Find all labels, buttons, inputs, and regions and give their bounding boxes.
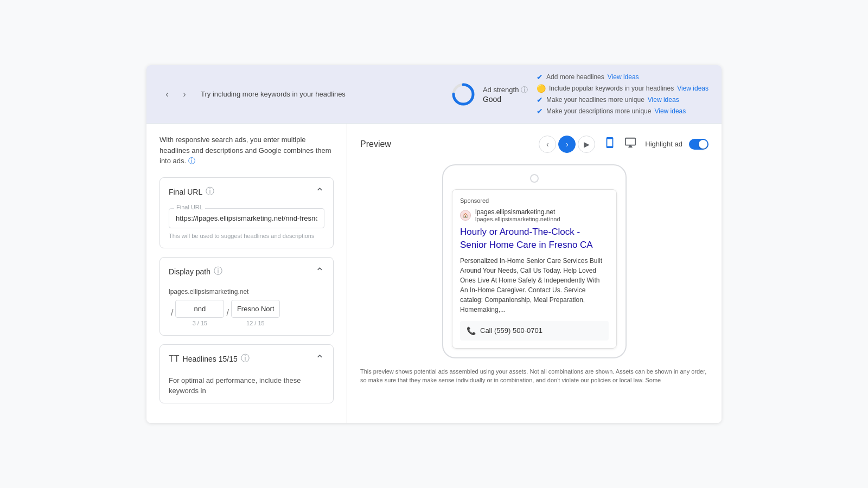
path1-wrapper: 3 / 15 (175, 300, 224, 326)
final-url-help-icon[interactable]: ⓘ (206, 186, 214, 197)
ad-strength-text: Ad strength ⓘ Good (483, 85, 528, 104)
ad-card: Sponsored 🏠 lpages.ellipsismarketing.net… (452, 189, 617, 349)
preview-nav: ‹ › ▶ (539, 136, 595, 153)
check-icon-2: ✔ (537, 95, 543, 104)
check-icon-3: ✔ (537, 107, 543, 115)
preview-title: Preview (360, 139, 532, 149)
mobile-preview: Sponsored 🏠 lpages.ellipsismarketing.net… (360, 164, 709, 358)
main-container: ‹ › Try including more keywords in your … (146, 65, 722, 423)
advertiser-info: lpages.ellipsismarketing.net lpages.elli… (475, 208, 560, 222)
call-icon: 📞 (467, 326, 476, 335)
suggestion-item: ✔ Add more headlines View ideas (537, 73, 709, 81)
suggestion-item-3: ✔ Make your headlines more unique View i… (537, 95, 709, 104)
preview-prev-button[interactable]: ‹ (539, 136, 556, 153)
headlines-header[interactable]: TT Headlines 15/15 ⓘ ⌃ (160, 345, 333, 373)
url-field-label: Final URL (174, 204, 205, 210)
nav-prev-button[interactable]: ‹ (159, 87, 175, 102)
preview-disclaimer: This preview shows potential ads assembl… (360, 367, 709, 385)
preview-play-button[interactable]: ▶ (578, 136, 595, 153)
final-url-input[interactable] (169, 208, 324, 228)
ad-description: Personalized In-Home Senior Care Service… (460, 256, 609, 314)
final-url-header[interactable]: Final URL ⓘ ⌃ (160, 178, 333, 206)
sponsored-label: Sponsored (460, 197, 609, 204)
phone-notch (530, 174, 539, 183)
path2-wrapper: 12 / 15 (231, 300, 280, 326)
desktop-device-button[interactable] (622, 134, 639, 153)
suggestion-text-1: Add more headlines (546, 73, 604, 81)
suggestion-item-4: ✔ Make your descriptions more unique Vie… (537, 107, 709, 115)
advertiser-domain: lpages.ellipsismarketing.net (475, 208, 560, 216)
ad-strength-help-icon[interactable]: ⓘ (521, 86, 528, 94)
headlines-chevron: ⌃ (315, 352, 324, 365)
headlines-font-icon: TT (169, 354, 180, 364)
ad-strength-circle (450, 81, 476, 107)
display-path-title: Display path ⓘ (169, 266, 222, 277)
ad-headline[interactable]: Hourly or Around-The-Clock - Senior Home… (460, 226, 609, 252)
headlines-title: TT Headlines 15/15 ⓘ (169, 353, 250, 364)
content-area: With responsive search ads, you enter mu… (146, 124, 722, 423)
check-icon-1: ✔ (537, 73, 543, 81)
ad-strength-value: Good (483, 95, 501, 104)
suggestion-text-2: Include popular keywords in your headlin… (549, 85, 674, 92)
left-panel: With responsive search ads, you enter mu… (146, 124, 347, 423)
display-path-help-icon[interactable]: ⓘ (214, 266, 222, 277)
highlight-toggle[interactable] (689, 139, 709, 150)
base-url-label: lpages.ellipsismarketing.net (169, 288, 324, 296)
path-sep-2: / (224, 308, 231, 318)
suggestion-link-2[interactable]: View ideas (677, 85, 709, 92)
ad-call-extension[interactable]: 📞 Call (559) 500-0701 (460, 321, 609, 341)
device-icons (602, 134, 639, 153)
display-path-body: lpages.ellipsismarketing.net / 3 / 15 / … (160, 286, 333, 335)
path2-input[interactable] (231, 300, 280, 318)
suggestions-list: ✔ Add more headlines View ideas 🟡 Includ… (537, 73, 709, 115)
top-bar: ‹ › Try including more keywords in your … (146, 65, 722, 124)
path-sep-1: / (169, 308, 175, 318)
path2-count: 12 / 15 (246, 320, 265, 326)
phone-frame: Sponsored 🏠 lpages.ellipsismarketing.net… (442, 164, 627, 358)
mobile-device-button[interactable] (602, 134, 618, 153)
highlight-label: Highlight ad (645, 140, 682, 148)
display-path-header[interactable]: Display path ⓘ ⌃ (160, 258, 333, 286)
suggestion-item-2: 🟡 Include popular keywords in your headl… (537, 84, 709, 93)
advertiser-row: 🏠 lpages.ellipsismarketing.net lpages.el… (460, 208, 609, 222)
top-bar-hint: Try including more keywords in your head… (201, 90, 442, 98)
headlines-card: TT Headlines 15/15 ⓘ ⌃ For optimal ad pe… (159, 344, 334, 403)
path-inputs: / 3 / 15 / 12 / 15 (169, 300, 324, 326)
url-field-wrapper: Final URL (169, 208, 324, 228)
path1-input[interactable] (175, 300, 224, 318)
suggestion-link-3[interactable]: View ideas (648, 96, 679, 104)
right-panel: Preview ‹ › ▶ Highlight ad (347, 124, 722, 423)
suggestion-link-4[interactable]: View ideas (654, 107, 686, 115)
headlines-help-icon[interactable]: ⓘ (241, 353, 250, 364)
ad-strength-section: Ad strength ⓘ Good (450, 81, 528, 107)
preview-next-button[interactable]: › (558, 136, 576, 153)
final-url-body: Final URL This will be used to suggest h… (160, 206, 333, 248)
intro-text: With responsive search ads, you enter mu… (159, 134, 334, 166)
suggestion-link-1[interactable]: View ideas (608, 73, 639, 81)
nav-arrows: ‹ › (159, 87, 192, 102)
ad-strength-label: Ad strength ⓘ (483, 85, 528, 95)
suggestion-text-4: Make your descriptions more unique (546, 107, 651, 115)
intro-help-link[interactable]: ⓘ (188, 157, 195, 165)
final-url-card: Final URL ⓘ ⌃ Final URL This will be use… (159, 177, 334, 248)
advertiser-icon: 🏠 (460, 210, 471, 221)
nav-next-button[interactable]: › (177, 87, 192, 102)
headlines-body-text: For optimal ad performance, include thes… (160, 373, 333, 403)
display-path-chevron: ⌃ (315, 265, 324, 278)
advertiser-path: lpages.ellipsismarketing.net/nnd (475, 216, 560, 222)
display-path-card: Display path ⓘ ⌃ lpages.ellipsismarketin… (159, 257, 334, 336)
final-url-chevron: ⌃ (315, 185, 324, 198)
path1-count: 3 / 15 (193, 320, 208, 326)
final-url-title: Final URL ⓘ (169, 186, 214, 197)
suggestion-text-3: Make your headlines more unique (546, 96, 644, 104)
preview-header: Preview ‹ › ▶ Highlight ad (360, 134, 709, 153)
warn-icon-1: 🟡 (537, 84, 546, 93)
call-text: Call (559) 500-0701 (480, 326, 542, 335)
url-field-hint: This will be used to suggest headlines a… (169, 233, 324, 239)
